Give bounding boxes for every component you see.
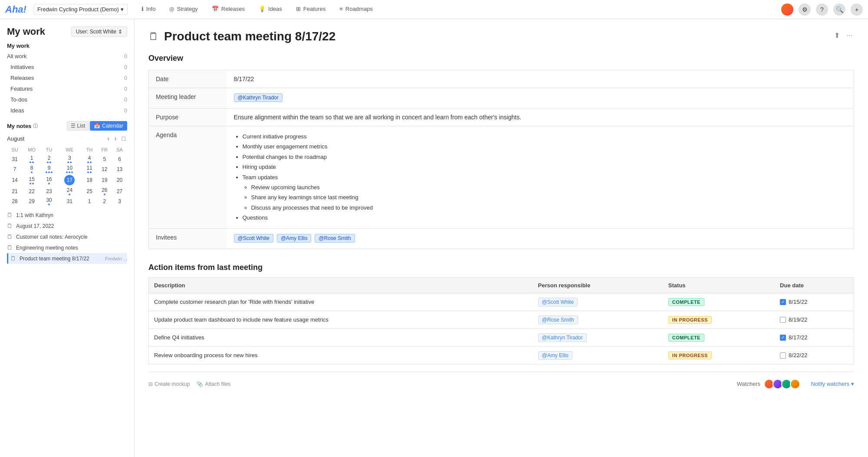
calendar-day-1-4[interactable]: 11	[82, 164, 97, 174]
calendar-today-button[interactable]: □	[120, 134, 127, 143]
sidebar-item-features[interactable]: Features 0	[0, 83, 134, 94]
watcher-avatars	[764, 379, 800, 389]
add-icon[interactable]: +	[851, 3, 863, 16]
nav-ideas[interactable]: 💡 Ideas	[252, 0, 289, 19]
product-selector[interactable]: Fredwin Cycling Product (Demo) ▾	[33, 4, 128, 15]
calendar-day-2-5[interactable]: 19	[97, 174, 112, 186]
calendar-day-0-1[interactable]: 1	[23, 154, 41, 164]
agenda-item-3: Potential changes to the roadmap	[243, 152, 847, 162]
calendar-day-3-1[interactable]: 22	[23, 186, 41, 196]
attach-files-button[interactable]: 📎 Attach files	[197, 381, 230, 387]
help-icon[interactable]: ?	[816, 3, 828, 16]
calendar-view-button[interactable]: 📅 Calendar	[90, 121, 127, 131]
nav-info[interactable]: ℹ Info	[135, 0, 163, 19]
calendar-day-1-0[interactable]: 7	[7, 164, 23, 174]
nav-features[interactable]: ⊞ Features	[289, 0, 332, 19]
person-tag[interactable]: @Scott White	[538, 298, 578, 306]
calendar-day-2-6[interactable]: 20	[112, 174, 127, 186]
calendar-day-2-0[interactable]: 14	[7, 174, 23, 186]
notify-watchers-button[interactable]: Notify watchers ▾	[811, 381, 854, 387]
calendar-day-0-0[interactable]: 31	[7, 154, 23, 164]
calendar-day-1-3[interactable]: 10	[57, 164, 82, 174]
note-item[interactable]: 🗒 August 17, 2022	[7, 220, 127, 231]
overview-table: Date 8/17/22 Meeting leader @Kathryn Tir…	[148, 70, 854, 249]
list-view-button[interactable]: ☰ List	[67, 121, 89, 131]
overview-agenda-row: Agenda Current initiative progress Month…	[149, 126, 854, 229]
note-item[interactable]: 🗒 1:1 with Kathryn	[7, 210, 127, 220]
settings-icon[interactable]: ⚙	[799, 3, 811, 16]
person-tag[interactable]: @Rose Smith	[538, 316, 578, 324]
calendar-day-0-4[interactable]: 4	[82, 154, 97, 164]
nav-strategy[interactable]: ◎ Strategy	[162, 0, 204, 19]
more-options-button[interactable]: ···	[845, 30, 854, 41]
calendar-day-4-5[interactable]: 2	[97, 196, 112, 206]
calendar-day-3-5[interactable]: 26	[97, 186, 112, 196]
nav-roadmaps[interactable]: ≡ Roadmaps	[332, 0, 379, 19]
create-mockup-button[interactable]: ⊟ Create mockup	[148, 381, 190, 387]
invitee-amy[interactable]: @Amy Ellis	[277, 234, 312, 243]
person-tag[interactable]: @Amy Ellis	[538, 351, 573, 360]
sidebar-item-all-work[interactable]: All work 0	[0, 51, 134, 62]
calendar-prev-button[interactable]: ‹	[105, 134, 111, 143]
col-due-date: Due date	[775, 277, 854, 293]
meeting-leader-tag[interactable]: @Kathryn Tirador	[234, 93, 283, 102]
calendar-next-button[interactable]: ›	[113, 134, 118, 143]
action-status: COMPLETE	[663, 329, 775, 346]
calendar-day-1-2[interactable]: 9	[41, 164, 57, 174]
invitee-rose[interactable]: @Rose Smith	[315, 234, 355, 243]
share-button[interactable]: ⬆	[832, 30, 842, 41]
nav-right: ⚙ ? 🔍 +	[781, 3, 863, 16]
sidebar-item-initiatives[interactable]: Initiatives 0	[0, 62, 134, 72]
user-filter-button[interactable]: User: Scott White ⇕	[71, 26, 127, 37]
sidebar-item-ideas[interactable]: Ideas 0	[0, 105, 134, 116]
user-avatar[interactable]	[781, 3, 793, 16]
status-badge: IN PROGRESS	[668, 352, 712, 359]
calendar-day-0-3[interactable]: 3	[57, 154, 82, 164]
calendar-day-2-2[interactable]: 16	[41, 174, 57, 186]
sidebar-item-todos[interactable]: To-dos 0	[0, 94, 134, 105]
meeting-leader-value: @Kathryn Tirador	[227, 88, 854, 108]
calendar-week-2: 14151617181920	[7, 174, 127, 186]
note-label: August 17, 2022	[16, 223, 127, 229]
calendar-day-1-1[interactable]: 8	[23, 164, 41, 174]
agenda-list: Current initiative progress Monthly user…	[234, 132, 847, 223]
calendar-day-0-2[interactable]: 2	[41, 154, 57, 164]
complete-checkbox[interactable]	[780, 317, 786, 323]
calendar-day-4-0[interactable]: 28	[7, 196, 23, 206]
calendar-day-4-3[interactable]: 31	[57, 196, 82, 206]
app-logo[interactable]: Aha!	[5, 4, 26, 15]
calendar-day-3-4[interactable]: 25	[82, 186, 97, 196]
complete-checkbox[interactable]: ✓	[780, 335, 786, 341]
complete-checkbox[interactable]: ✓	[780, 299, 786, 305]
cal-header-we: WE	[57, 146, 82, 154]
calendar-day-4-1[interactable]: 29	[23, 196, 41, 206]
calendar-day-1-6[interactable]: 13	[112, 164, 127, 174]
calendar-day-3-2[interactable]: 23	[41, 186, 57, 196]
search-icon[interactable]: 🔍	[833, 3, 845, 16]
calendar-day-3-6[interactable]: 27	[112, 186, 127, 196]
calendar-day-1-5[interactable]: 12	[97, 164, 112, 174]
table-row: Update product team dashboard to include…	[149, 311, 854, 329]
note-item[interactable]: 🗒 Engineering meeting notes	[7, 242, 127, 253]
note-item[interactable]: 🗒 Customer call notes: Aerocycle	[7, 231, 127, 242]
sidebar: My work User: Scott White ⇕ My work All …	[0, 19, 135, 457]
invitee-scott[interactable]: @Scott White	[234, 234, 274, 243]
calendar-day-0-5[interactable]: 5	[97, 154, 112, 164]
calendar-day-3-0[interactable]: 21	[7, 186, 23, 196]
table-row: Complete customer research plan for 'Rid…	[149, 293, 854, 311]
calendar-day-2-1[interactable]: 15	[23, 174, 41, 186]
calendar-day-0-6[interactable]: 6	[112, 154, 127, 164]
calendar-day-4-2[interactable]: 30	[41, 196, 57, 206]
person-tag[interactable]: @Kathryn Tirador	[538, 333, 587, 342]
complete-checkbox[interactable]	[780, 352, 786, 358]
note-item[interactable]: 🗒 Product team meeting 8/17/22 Fredwin .…	[7, 253, 127, 264]
calendar-day-3-3[interactable]: 24	[57, 186, 82, 196]
nav-releases[interactable]: 📅 Releases	[205, 0, 252, 19]
cal-header-sa: SA	[112, 146, 127, 154]
calendar-day-4-6[interactable]: 3	[112, 196, 127, 206]
calendar-day-2-3[interactable]: 17	[57, 174, 82, 186]
calendar-week-3: 21222324252627	[7, 186, 127, 196]
calendar-day-2-4[interactable]: 18	[82, 174, 97, 186]
calendar-day-4-4[interactable]: 1	[82, 196, 97, 206]
sidebar-item-releases[interactable]: Releases 0	[0, 72, 134, 83]
